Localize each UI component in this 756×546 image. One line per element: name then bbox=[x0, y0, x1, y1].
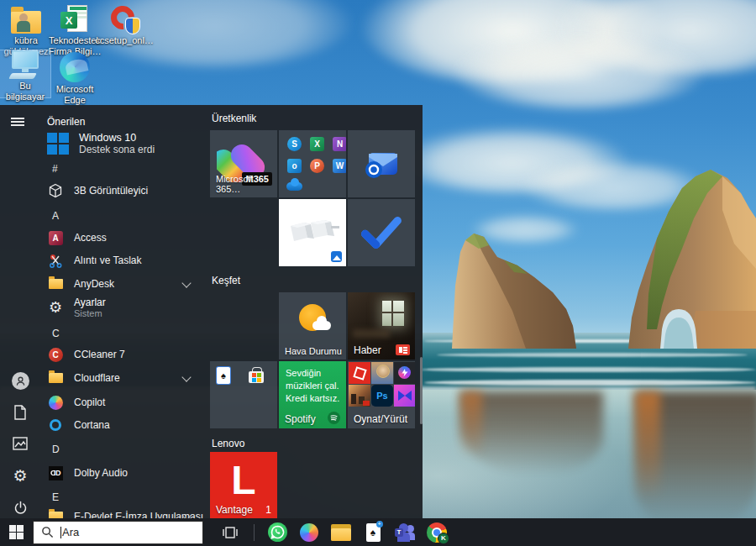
power-icon[interactable] bbox=[11, 498, 29, 517]
section-letter[interactable]: C bbox=[52, 328, 60, 339]
tile-microsoft-365[interactable]: M365 Microsoft 365… bbox=[210, 130, 277, 197]
app-item-cortana[interactable]: Cortana bbox=[40, 414, 208, 436]
chrome-icon: K bbox=[427, 522, 447, 543]
app-item-3d-viewer[interactable]: 3B Görüntüleyici bbox=[40, 180, 208, 202]
start-button[interactable] bbox=[0, 518, 33, 546]
desktop-icon-label: ccsetup_onl… bbox=[95, 35, 154, 46]
settings-gear-icon: ⚙ bbox=[47, 299, 64, 316]
section-letter[interactable]: D bbox=[52, 444, 60, 455]
copilot-icon bbox=[47, 394, 64, 411]
desktop-icon-excel-file[interactable]: X Teknodestek Firma Bilgi… bbox=[48, 0, 102, 57]
photos-app-badge-icon bbox=[331, 251, 342, 262]
sea-foam bbox=[424, 380, 756, 386]
task-view-button[interactable] bbox=[213, 518, 247, 546]
app-item-dolby[interactable]: DD Dolby Audio bbox=[40, 462, 208, 484]
tile-news[interactable]: Haber bbox=[348, 292, 415, 360]
folder-item-anydesk[interactable]: AnyDesk bbox=[40, 273, 208, 295]
chevron-down-icon[interactable] bbox=[181, 372, 191, 381]
messenger-icon bbox=[394, 362, 415, 384]
text-caret bbox=[60, 527, 61, 538]
ccleaner-icon: C bbox=[47, 346, 64, 363]
user-folder-icon bbox=[11, 0, 41, 34]
user-avatar[interactable] bbox=[11, 371, 29, 390]
chevron-down-icon[interactable] bbox=[181, 278, 191, 287]
outlook-icon bbox=[362, 146, 401, 181]
taskbar: Ara ♠ + T bbox=[0, 518, 756, 546]
ccleaner-setup-icon bbox=[109, 0, 139, 34]
tile-photos[interactable] bbox=[279, 199, 346, 266]
desktop-icon-label: Microsoft Edge bbox=[50, 84, 100, 106]
section-letter[interactable]: E bbox=[52, 491, 59, 503]
taskbar-search-input[interactable]: Ara bbox=[33, 521, 203, 544]
taskbar-copilot[interactable] bbox=[293, 518, 325, 546]
tile-group-header[interactable]: Lenovo bbox=[212, 438, 244, 449]
tile-lenovo-vantage[interactable]: L Vantage 1 bbox=[210, 452, 277, 518]
tile-mini-group[interactable]: ♠ bbox=[210, 361, 277, 428]
dolby-icon: DD bbox=[47, 465, 64, 481]
search-placeholder: Ara bbox=[62, 526, 79, 538]
roblox-icon bbox=[349, 362, 370, 384]
tile-weather[interactable]: Hava Durumu bbox=[279, 292, 346, 360]
app-item-copilot[interactable]: Copilot bbox=[40, 391, 208, 413]
documents-icon[interactable] bbox=[11, 403, 29, 422]
tile-spotify[interactable]: Sevdiğin müzikleri çal. Kredi kartsız. S… bbox=[279, 361, 346, 428]
solitaire-icon: ♠ + bbox=[366, 523, 381, 542]
folder-item-edevlet[interactable]: E-Devlet E-İmza Uygulaması bbox=[40, 506, 208, 518]
folder-item-cloudflare[interactable]: Cloudflare bbox=[40, 367, 208, 389]
recommended-header: Önerilen bbox=[47, 116, 85, 128]
photoshop-icon: Ps bbox=[371, 385, 393, 407]
tile-todo[interactable] bbox=[348, 199, 415, 266]
app-item-access[interactable]: A Access bbox=[40, 227, 208, 249]
news-app-badge-icon bbox=[396, 344, 410, 355]
spotify-promo-text: Sevdiğin müzikleri çal. Kredi kartsız. bbox=[286, 367, 341, 405]
tile-office-group[interactable]: S X N o P W bbox=[279, 130, 346, 197]
game-portrait-icon bbox=[371, 362, 393, 384]
task-view-icon bbox=[223, 526, 238, 539]
photos-live-photo bbox=[286, 216, 339, 246]
teams-icon: T bbox=[395, 523, 415, 542]
news-photo-debris bbox=[353, 329, 390, 338]
snip-sketch-icon bbox=[47, 252, 64, 269]
taskbar-chrome[interactable]: K bbox=[421, 518, 453, 546]
taskbar-whatsapp[interactable] bbox=[261, 518, 293, 546]
taskbar-solitaire[interactable]: ♠ + bbox=[357, 518, 389, 546]
tiles-scrollbar[interactable] bbox=[420, 357, 423, 424]
desktop-icon-ccleaner-setup[interactable]: ccsetup_onl… bbox=[97, 0, 151, 46]
store-mini-icon[interactable] bbox=[249, 367, 264, 384]
app-item-snip-sketch[interactable]: Alıntı ve Taslak bbox=[40, 249, 208, 271]
skype-icon: S bbox=[287, 137, 302, 151]
tile-group-header[interactable]: Üretkenlik bbox=[212, 113, 256, 124]
start-menu-app-list: Önerilen Windows 10 Destek sona erdi # 3… bbox=[40, 105, 208, 518]
settings-gear-icon[interactable]: ⚙ bbox=[11, 466, 29, 485]
taskbar-file-explorer[interactable] bbox=[325, 518, 357, 546]
folder-icon bbox=[47, 276, 64, 292]
section-letter[interactable]: # bbox=[52, 163, 58, 175]
pictures-icon[interactable] bbox=[11, 434, 29, 453]
desktop-icon-user-folder[interactable]: kübra güldökmez bbox=[1, 0, 51, 57]
tile-play-group[interactable]: Ps Oynat/Yürüt bbox=[348, 361, 415, 428]
tile-outlook[interactable] bbox=[348, 130, 415, 197]
sea-foam bbox=[420, 367, 756, 372]
this-pc-icon bbox=[8, 50, 42, 79]
app-item-settings[interactable]: ⚙ Ayarlar Sistem bbox=[40, 293, 208, 322]
media-app-icon bbox=[394, 385, 415, 407]
windows10-banner[interactable]: Windows 10 Destek sona erdi bbox=[40, 129, 208, 159]
windows-logo-icon bbox=[9, 525, 24, 539]
whatsapp-icon bbox=[268, 522, 287, 542]
menu-hamburger-icon[interactable] bbox=[11, 113, 29, 134]
taskbar-teams[interactable]: T bbox=[389, 518, 421, 546]
app-item-ccleaner[interactable]: C CCleaner 7 bbox=[40, 344, 208, 365]
chrome-profile-badge: K bbox=[438, 533, 449, 544]
section-letter[interactable]: A bbox=[52, 210, 59, 222]
cloud bbox=[454, 34, 706, 109]
excel-file-icon: X bbox=[60, 0, 89, 34]
desktop-icon-this-pc[interactable]: Bu bilgisayar bbox=[0, 50, 50, 97]
news-photo-window bbox=[382, 301, 404, 326]
desktop-icon-edge[interactable]: Microsoft Edge bbox=[50, 50, 100, 106]
rock-reflection-highlight bbox=[460, 391, 482, 459]
tile-group-header[interactable]: Keşfet bbox=[212, 275, 240, 286]
access-icon: A bbox=[47, 229, 64, 246]
start-menu: ⚙ Önerilen Windows 10 Destek sona erdi #… bbox=[0, 105, 423, 518]
folder-icon bbox=[47, 508, 64, 518]
solitaire-mini-icon[interactable]: ♠ bbox=[217, 367, 230, 384]
